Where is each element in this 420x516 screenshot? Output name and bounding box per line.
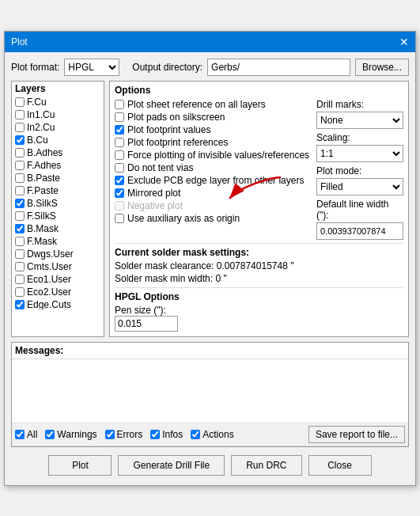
red-arrow-annotation: [225, 173, 289, 205]
option-label: Use auxiliary axis as origin: [127, 213, 240, 224]
layer-label: F.Mask: [27, 236, 57, 247]
layer-label: B.Mask: [27, 223, 59, 234]
layer-label: F.SilkS: [27, 211, 56, 222]
layer-checkbox-fcu[interactable]: [15, 97, 25, 107]
layer-label: Eco1.User: [27, 274, 71, 285]
layer-checkbox-bsilks[interactable]: [15, 199, 25, 208]
pen-size-row: Pen size ("):: [115, 305, 403, 332]
filter-warnings-checkbox[interactable]: [45, 430, 55, 439]
option-checkbox-plotsheet[interactable]: [115, 100, 124, 109]
plot-button[interactable]: Plot: [48, 455, 112, 476]
bottom-buttons: Plot Generate Drill File Run DRC Close: [11, 452, 409, 479]
layer-checkbox-bpaste[interactable]: [15, 173, 25, 183]
options-title: Options: [115, 85, 403, 96]
layers-list[interactable]: F.Cu In1.Cu In2.Cu B.Cu B.Adhes F.Adhes …: [13, 96, 102, 309]
layer-checkbox-fpaste[interactable]: [15, 186, 25, 195]
list-item: Edge.Cuts: [13, 298, 102, 309]
solder-clearance-value: 0.007874015748 ": [217, 260, 294, 271]
layer-label: F.Paste: [27, 185, 59, 196]
option-checkbox-forceinvisible[interactable]: [115, 150, 124, 160]
filter-warnings: Warnings: [45, 429, 96, 440]
list-item: B.Paste: [13, 172, 102, 184]
option-checkbox-plotrefs[interactable]: [115, 138, 124, 147]
save-report-button[interactable]: Save report to file...: [308, 426, 405, 443]
option-checkbox-notentvias[interactable]: [115, 163, 124, 173]
dialog-body: Plot format: HPGL Gerber DXF SVG PDF Out…: [5, 52, 415, 485]
list-item: Eco1.User: [13, 273, 102, 286]
layer-checkbox-badhes[interactable]: [15, 148, 25, 157]
plot-mode-group: Plot mode: Filled Sketch: [316, 165, 403, 195]
list-item: B.Adhes: [13, 146, 102, 159]
list-item: Eco2.User: [13, 286, 102, 298]
option-checkbox-mirrored[interactable]: [115, 188, 124, 198]
close-icon[interactable]: ✕: [399, 36, 409, 47]
option-label: Plot sheet reference on all layers: [127, 99, 266, 110]
format-group: Plot format: HPGL Gerber DXF SVG PDF: [11, 59, 119, 76]
filter-actions: Actions: [191, 429, 233, 440]
layer-checkbox-eco1user[interactable]: [15, 275, 25, 284]
messages-section: Messages: All Warnings Errors Infos: [11, 342, 409, 447]
drill-marks-select[interactable]: None Small Full: [316, 112, 403, 129]
hpgl-section: HPGL Options Pen size ("):: [115, 287, 403, 332]
layer-checkbox-bmask[interactable]: [15, 224, 25, 233]
options-right-layout: Plot sheet reference on all layers Plot …: [115, 99, 403, 240]
layer-checkbox-bcu[interactable]: [15, 135, 25, 145]
format-select[interactable]: HPGL Gerber DXF SVG PDF: [64, 59, 119, 76]
solder-clearance-row: Solder mask clearance: 0.007874015748 ": [115, 260, 403, 271]
plot-mode-select[interactable]: Filled Sketch: [316, 178, 403, 195]
layer-label: Dwgs.User: [27, 249, 74, 260]
filter-actions-checkbox[interactable]: [191, 430, 200, 439]
output-label: Output directory:: [132, 62, 202, 73]
layer-checkbox-in1cu[interactable]: [15, 110, 25, 120]
scaling-select[interactable]: 1:1 1:2 2:1: [316, 145, 403, 162]
list-item: B.Mask: [13, 222, 102, 235]
solder-mask-section: Current solder mask settings: Solder mas…: [115, 243, 403, 284]
hpgl-title: HPGL Options: [115, 291, 403, 302]
default-line-width-input[interactable]: [316, 222, 403, 240]
filter-infos-checkbox[interactable]: [150, 430, 160, 439]
format-label: Plot format:: [11, 62, 59, 73]
close-dialog-button[interactable]: Close: [308, 455, 372, 476]
layer-checkbox-fsilks[interactable]: [15, 211, 25, 221]
layer-checkbox-cmtsuser[interactable]: [15, 262, 25, 271]
solder-min-width-label: Solder mask min width:: [115, 273, 213, 284]
output-input[interactable]: [207, 59, 350, 76]
option-label: Plot pads on silkscreen: [127, 112, 225, 123]
option-checkbox-plotvalues[interactable]: [115, 125, 124, 135]
option-checkbox-excludeedge[interactable]: [115, 176, 124, 185]
option-checkbox-auxaxis[interactable]: [115, 214, 124, 223]
filter-all: All: [15, 429, 37, 440]
plot-dialog: Plot ✕ Plot format: HPGL Gerber DXF SVG …: [4, 31, 416, 486]
layers-panel: Layers F.Cu In1.Cu In2.Cu B.Cu B.Adhes F…: [11, 81, 104, 337]
generate-drill-button[interactable]: Generate Drill File: [118, 455, 225, 476]
list-item: Dwgs.User: [13, 248, 102, 260]
main-area: Layers F.Cu In1.Cu In2.Cu B.Cu B.Adhes F…: [11, 81, 409, 337]
layer-checkbox-in2cu[interactable]: [15, 123, 25, 132]
layer-checkbox-fmask[interactable]: [15, 237, 25, 246]
layer-checkbox-eco2user[interactable]: [15, 287, 25, 297]
list-item: In2.Cu: [13, 121, 102, 134]
layer-checkbox-dwgsuser[interactable]: [15, 249, 25, 259]
option-plot-sheet: Plot sheet reference on all layers: [115, 99, 312, 110]
layer-label: Edge.Cuts: [27, 299, 71, 309]
layer-checkbox-edgecuts[interactable]: [15, 300, 25, 309]
option-force-invisible: Force plotting of invisible values/refer…: [115, 150, 312, 161]
layer-label: B.Cu: [27, 135, 48, 146]
run-drc-button[interactable]: Run DRC: [231, 455, 301, 476]
option-label: Plot footprint references: [127, 137, 228, 148]
layer-checkbox-fadhes[interactable]: [15, 161, 25, 170]
option-checkbox-negative[interactable]: [115, 201, 124, 211]
top-row: Plot format: HPGL Gerber DXF SVG PDF Out…: [11, 59, 409, 76]
filter-all-checkbox[interactable]: [15, 430, 25, 439]
layer-label: F.Cu: [27, 97, 47, 108]
scaling-group: Scaling: 1:1 1:2 2:1: [316, 132, 403, 162]
pen-size-input[interactable]: [115, 316, 178, 332]
option-checkbox-plotpads[interactable]: [115, 112, 124, 122]
browse-button[interactable]: Browse...: [355, 59, 409, 76]
filter-errors-checkbox[interactable]: [105, 430, 115, 439]
option-label: Force plotting of invisible values/refer…: [127, 150, 309, 161]
layers-title: Layers: [13, 83, 102, 94]
solder-clearance-label: Solder mask clearance:: [115, 260, 214, 271]
filter-row: All Warnings Errors Infos Actions: [12, 423, 408, 446]
scaling-label: Scaling:: [316, 132, 403, 143]
